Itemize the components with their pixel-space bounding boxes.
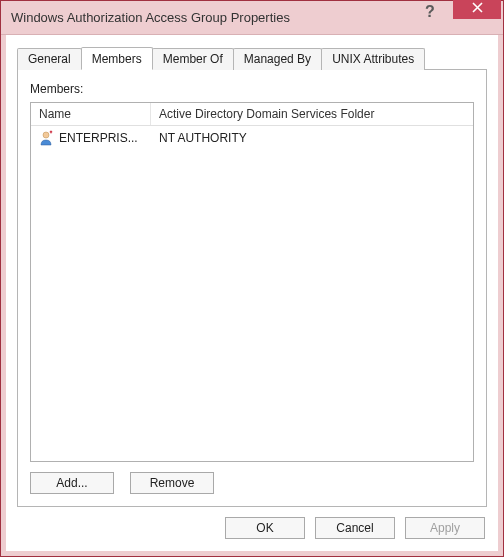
list-item-folder: NT AUTHORITY [151,129,473,147]
add-button[interactable]: Add... [30,472,114,494]
user-icon [39,130,55,146]
column-header-name[interactable]: Name [31,103,151,125]
members-listview[interactable]: Name Active Directory Domain Services Fo… [30,102,474,462]
listview-body: ENTERPRIS... NT AUTHORITY [31,126,473,461]
svg-point-0 [43,132,49,138]
column-header-folder[interactable]: Active Directory Domain Services Folder [151,103,473,125]
dialog-button-row: OK Cancel Apply [17,507,487,541]
tab-member-of[interactable]: Member Of [152,48,234,70]
list-item-name: ENTERPRIS... [31,128,151,148]
listview-header: Name Active Directory Domain Services Fo… [31,103,473,126]
window-title: Windows Authorization Access Group Prope… [11,10,407,25]
tab-unix-attributes[interactable]: UNIX Attributes [321,48,425,70]
ok-button[interactable]: OK [225,517,305,539]
tab-panel-members: Members: Name Active Directory Domain Se… [17,69,487,507]
titlebar: Windows Authorization Access Group Prope… [1,1,503,35]
list-item-name-text: ENTERPRIS... [59,131,138,145]
tab-general[interactable]: General [17,48,82,70]
apply-button[interactable]: Apply [405,517,485,539]
tab-managed-by[interactable]: Managed By [233,48,322,70]
list-item[interactable]: ENTERPRIS... NT AUTHORITY [31,126,473,150]
close-icon[interactable] [453,0,501,19]
members-button-row: Add... Remove [30,472,474,494]
cancel-button[interactable]: Cancel [315,517,395,539]
remove-button[interactable]: Remove [130,472,214,494]
dialog-window: Windows Authorization Access Group Prope… [0,0,504,557]
tabstrip: General Members Member Of Managed By UNI… [17,48,487,70]
dialog-client: General Members Member Of Managed By UNI… [1,35,503,556]
tab-members[interactable]: Members [81,47,153,70]
help-icon[interactable]: ? [407,0,453,25]
members-label: Members: [30,82,474,96]
